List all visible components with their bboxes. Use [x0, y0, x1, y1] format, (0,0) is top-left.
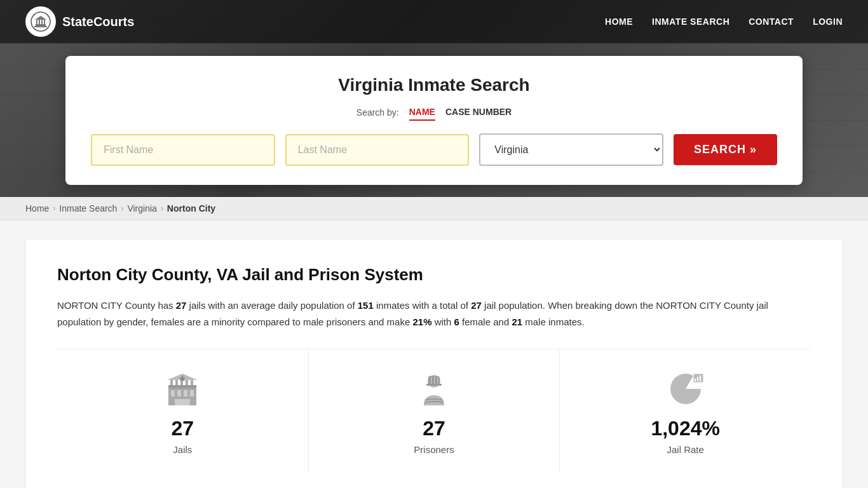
svg-rect-30: [695, 379, 696, 381]
desc-part3: inmates with a total of: [374, 300, 471, 311]
stat-jails-label: Jails: [173, 444, 192, 455]
search-button[interactable]: SEARCH »: [674, 134, 777, 165]
svg-rect-11: [184, 390, 187, 396]
desc-female-pct: 21%: [412, 316, 431, 327]
desc-male-count: 21: [512, 316, 522, 327]
svg-rect-32: [700, 376, 701, 381]
nav-links: HOME INMATE SEARCH CONTACT LOGIN: [605, 16, 843, 27]
search-by-row: Search by: NAME CASE NUMBER: [91, 104, 777, 121]
tab-name[interactable]: NAME: [409, 104, 435, 121]
svg-rect-18: [186, 380, 188, 385]
desc-total-jail-pop: 27: [471, 300, 482, 311]
stat-prisoners: 27 Prisoners: [309, 349, 560, 474]
content-description: NORTON CITY County has 27 jails with an …: [57, 297, 811, 330]
svg-rect-1: [36, 24, 46, 26]
hero-section: COURTHOUSE StateCourts HOME INM: [0, 0, 868, 197]
desc-female-count: 6: [454, 316, 459, 327]
svg-rect-14: [168, 385, 196, 388]
chevron-icon-2: ›: [121, 204, 123, 213]
svg-rect-10: [177, 390, 181, 396]
svg-rect-16: [175, 380, 178, 385]
svg-rect-9: [171, 390, 175, 396]
svg-rect-31: [697, 377, 698, 381]
prisoners-icon: [414, 369, 454, 409]
desc-avg-pop: 151: [358, 300, 374, 311]
nav-inmate-search[interactable]: INMATE SEARCH: [652, 17, 729, 27]
desc-part5: with: [432, 316, 454, 327]
search-fields: Virginia Alabama Alaska Arizona SEARCH »: [91, 133, 777, 166]
chevron-icon-3: ›: [161, 204, 163, 213]
svg-rect-25: [431, 377, 432, 384]
svg-rect-4: [39, 20, 40, 24]
logo-text: StateCourts: [62, 15, 134, 29]
svg-rect-12: [190, 390, 194, 396]
jail-rate-icon: [665, 369, 706, 409]
breadcrumb-state[interactable]: Virginia: [127, 203, 156, 214]
desc-jails-count: 27: [176, 300, 187, 311]
nav-login[interactable]: LOGIN: [813, 17, 843, 27]
main-content: Norton City County, VA Jail and Prison S…: [0, 220, 868, 488]
stat-prisoners-label: Prisoners: [414, 444, 454, 455]
svg-point-0: [31, 12, 50, 31]
nav-home[interactable]: HOME: [605, 17, 633, 27]
stat-jails: 27 Jails: [57, 349, 309, 474]
stat-jail-rate-number: 1,024%: [651, 417, 720, 440]
svg-rect-5: [41, 20, 43, 24]
search-card-title: Virginia Inmate Search: [91, 75, 777, 95]
desc-part2: jails with an average daily population o…: [186, 300, 357, 311]
navbar: StateCourts HOME INMATE SEARCH CONTACT L…: [0, 0, 868, 43]
svg-rect-6: [44, 20, 45, 24]
breadcrumb-inmate-search[interactable]: Inmate Search: [59, 203, 117, 214]
first-name-input[interactable]: [91, 134, 275, 166]
svg-rect-15: [170, 380, 173, 385]
search-card: Virginia Inmate Search Search by: NAME C…: [65, 56, 803, 185]
stat-jail-rate: 1,024% Jail Rate: [560, 349, 811, 474]
search-card-wrapper: Virginia Inmate Search Search by: NAME C…: [0, 56, 868, 185]
svg-rect-2: [34, 26, 47, 27]
svg-rect-26: [434, 377, 435, 384]
search-by-label: Search by:: [356, 107, 399, 118]
logo-icon: [25, 6, 56, 37]
content-card: Norton City County, VA Jail and Prison S…: [25, 240, 843, 488]
stats-row: 27 Jails: [57, 349, 811, 474]
tab-case-number[interactable]: CASE NUMBER: [445, 104, 512, 121]
chevron-icon-1: ›: [53, 204, 55, 213]
breadcrumb-home[interactable]: Home: [25, 203, 49, 214]
content-title: Norton City County, VA Jail and Prison S…: [57, 265, 811, 285]
desc-intro: NORTON CITY County has: [57, 300, 176, 311]
desc-part7: male inmates.: [522, 316, 585, 327]
svg-rect-27: [437, 377, 438, 384]
stat-jails-number: 27: [172, 417, 194, 440]
last-name-input[interactable]: [285, 134, 470, 166]
stat-prisoners-number: 27: [423, 417, 445, 440]
jails-icon: [162, 369, 203, 409]
logo-link[interactable]: StateCourts: [25, 6, 134, 37]
breadcrumb: Home › Inmate Search › Virginia › Norton…: [0, 197, 868, 220]
svg-rect-19: [191, 380, 193, 385]
stat-jail-rate-label: Jail Rate: [667, 444, 704, 455]
svg-rect-3: [36, 20, 37, 24]
desc-part6: female and: [459, 316, 512, 327]
state-select[interactable]: Virginia Alabama Alaska Arizona: [479, 133, 663, 166]
breadcrumb-current: Norton City: [167, 203, 215, 214]
svg-rect-13: [175, 399, 190, 405]
nav-contact[interactable]: CONTACT: [749, 17, 794, 27]
